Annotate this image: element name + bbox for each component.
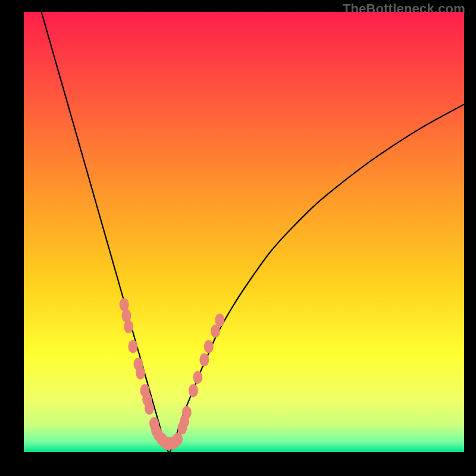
plot-area: [24, 12, 464, 452]
marker-point: [120, 298, 129, 311]
marker-point: [189, 384, 198, 397]
marker-point: [193, 371, 202, 384]
marker-point: [199, 353, 209, 367]
marker-point: [145, 402, 154, 415]
marker-point: [121, 309, 131, 322]
chart-svg: [24, 12, 464, 452]
marker-point: [136, 367, 145, 380]
marker-point: [215, 314, 224, 327]
figure-root: TheBottleneck.com: [0, 0, 476, 476]
marker-point: [173, 433, 183, 446]
curve-path: [42, 12, 464, 452]
marker-point: [211, 325, 220, 338]
marker-point: [124, 320, 133, 333]
marker-point: [182, 406, 192, 419]
marker-point: [129, 340, 138, 353]
marker-point: [204, 340, 214, 353]
marker-group: [120, 298, 225, 450]
